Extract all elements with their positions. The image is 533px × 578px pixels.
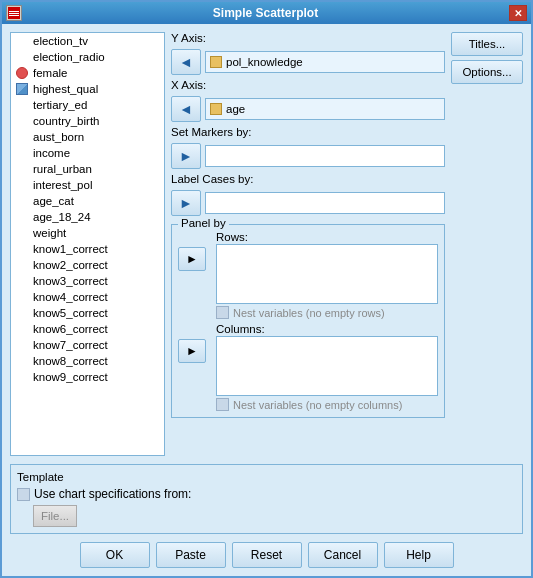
xaxis-label: X Axis: [171, 79, 445, 91]
list-item-icon [15, 210, 29, 224]
template-checkbox[interactable] [17, 488, 30, 501]
main-window: Simple Scatterplot ✕ election_tv electio… [0, 0, 533, 578]
set-markers-arrow-btn[interactable]: ► [171, 143, 201, 169]
list-item[interactable]: country_birth [11, 113, 164, 129]
list-item[interactable]: interest_pol [11, 177, 164, 193]
xaxis-input[interactable]: age [205, 98, 445, 120]
xaxis-arrow-icon: ◄ [179, 101, 193, 117]
set-markers-row: ► [171, 143, 445, 169]
svg-rect-1 [9, 11, 19, 12]
list-item-icon [15, 354, 29, 368]
options-button[interactable]: Options... [451, 60, 523, 84]
right-panel: Y Axis: ◄ pol_knowledge X Axis: [171, 32, 523, 456]
set-markers-input[interactable] [205, 145, 445, 167]
cancel-button[interactable]: Cancel [308, 542, 378, 568]
list-item[interactable]: female [11, 65, 164, 81]
app-icon [6, 5, 22, 21]
list-item[interactable]: know9_correct [11, 369, 164, 385]
list-item-label: know7_correct [33, 339, 108, 351]
list-item-icon [15, 242, 29, 256]
list-item-icon [15, 66, 29, 80]
list-item-icon [15, 162, 29, 176]
yaxis-arrow-btn[interactable]: ◄ [171, 49, 201, 75]
columns-list-box[interactable] [216, 336, 438, 396]
list-item-label: election_tv [33, 35, 88, 47]
list-item-icon [15, 258, 29, 272]
list-item[interactable]: tertiary_ed [11, 97, 164, 113]
list-item-icon [15, 34, 29, 48]
list-item-icon [15, 178, 29, 192]
label-cases-arrow-icon: ► [179, 195, 193, 211]
list-item[interactable]: highest_qual [11, 81, 164, 97]
list-item[interactable]: know5_correct [11, 305, 164, 321]
panel-by-legend: Panel by [178, 217, 229, 229]
content-area: election_tv election_radiofemalehighest_… [2, 24, 531, 464]
yaxis-input[interactable]: pol_knowledge [205, 51, 445, 73]
list-item-label: highest_qual [33, 83, 98, 95]
rows-list-box[interactable] [216, 244, 438, 304]
paste-button[interactable]: Paste [156, 542, 226, 568]
list-item[interactable]: know7_correct [11, 337, 164, 353]
svg-rect-2 [9, 13, 19, 14]
nest-rows-checkbox[interactable] [216, 306, 229, 319]
nest-rows-row: Nest variables (no empty rows) [216, 306, 438, 319]
template-legend: Template [17, 471, 516, 483]
list-item-icon [15, 146, 29, 160]
list-item-label: weight [33, 227, 66, 239]
list-item-label: know3_correct [33, 275, 108, 287]
file-button[interactable]: File... [33, 505, 77, 527]
rows-arrow-btn[interactable]: ► [178, 247, 206, 271]
list-item[interactable]: know3_correct [11, 273, 164, 289]
list-item-label: know8_correct [33, 355, 108, 367]
list-item[interactable]: aust_born [11, 129, 164, 145]
list-item-label: know2_correct [33, 259, 108, 271]
side-buttons: Titles... Options... [451, 32, 523, 418]
list-item[interactable]: election_radio [11, 49, 164, 65]
list-item-icon [15, 338, 29, 352]
xaxis-pencil-icon [210, 103, 222, 115]
list-item-label: know9_correct [33, 371, 108, 383]
label-cases-arrow-btn[interactable]: ► [171, 190, 201, 216]
title-bar: Simple Scatterplot ✕ [2, 2, 531, 24]
columns-arrow-btn[interactable]: ► [178, 339, 206, 363]
list-item-icon [15, 50, 29, 64]
list-item[interactable]: election_tv [11, 33, 164, 49]
label-cases-input[interactable] [205, 192, 445, 214]
xaxis-arrow-btn[interactable]: ◄ [171, 96, 201, 122]
list-item[interactable]: know8_correct [11, 353, 164, 369]
list-item-icon [15, 226, 29, 240]
yaxis-pencil-icon [210, 56, 222, 68]
list-item[interactable]: know4_correct [11, 289, 164, 305]
list-item-icon [15, 130, 29, 144]
panel-by-section: Panel by ► Rows: [171, 224, 445, 418]
list-item-icon [15, 290, 29, 304]
list-item[interactable]: age_cat [11, 193, 164, 209]
titles-button[interactable]: Titles... [451, 32, 523, 56]
list-item[interactable]: know1_correct [11, 241, 164, 257]
list-item-label: election_radio [33, 51, 105, 63]
list-item-icon [15, 322, 29, 336]
list-item-label: interest_pol [33, 179, 92, 191]
label-cases-label: Label Cases by: [171, 173, 445, 185]
help-button[interactable]: Help [384, 542, 454, 568]
list-item-icon [15, 274, 29, 288]
set-markers-arrow-icon: ► [179, 148, 193, 164]
list-item[interactable]: weight [11, 225, 164, 241]
yaxis-label: Y Axis: [171, 32, 445, 44]
variable-list[interactable]: election_tv election_radiofemalehighest_… [10, 32, 165, 456]
list-item-label: age_18_24 [33, 211, 91, 223]
list-item[interactable]: age_18_24 [11, 209, 164, 225]
list-item-label: aust_born [33, 131, 84, 143]
list-item-label: age_cat [33, 195, 74, 207]
list-item[interactable]: know2_correct [11, 257, 164, 273]
list-item[interactable]: know6_correct [11, 321, 164, 337]
list-item[interactable]: income [11, 145, 164, 161]
bottom-buttons: OK Paste Reset Cancel Help [2, 538, 531, 576]
list-item[interactable]: rural_urban [11, 161, 164, 177]
reset-button[interactable]: Reset [232, 542, 302, 568]
template-checkbox-label: Use chart specifications from: [34, 487, 191, 501]
nest-cols-checkbox[interactable] [216, 398, 229, 411]
template-row: Use chart specifications from: [17, 487, 516, 501]
ok-button[interactable]: OK [80, 542, 150, 568]
close-button[interactable]: ✕ [509, 5, 527, 21]
